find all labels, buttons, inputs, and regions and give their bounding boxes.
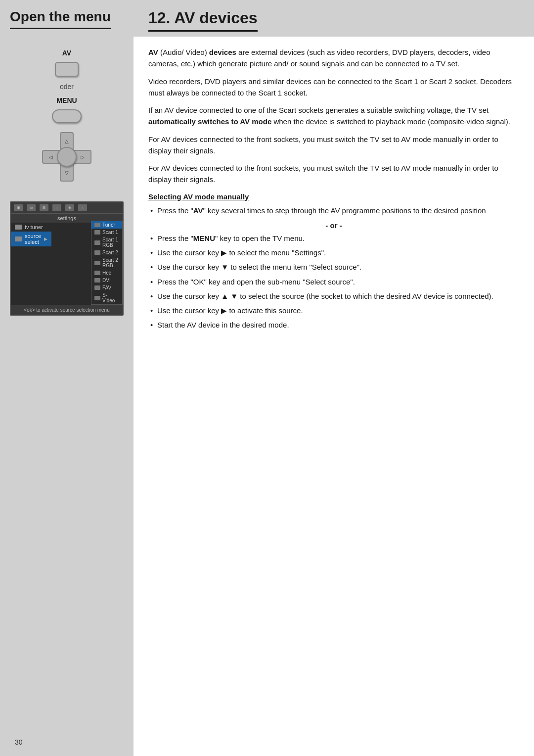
dpad: △ ▽ ◁ ▷ xyxy=(42,132,91,182)
av-button[interactable] xyxy=(55,62,79,77)
source-select-arrow: ▶ xyxy=(44,236,47,241)
menu-button[interactable] xyxy=(52,109,82,123)
bullet-list: Press the "AV" key several times to step… xyxy=(148,205,519,216)
para1-bold: devices xyxy=(209,48,236,56)
tvtuner-label: tv tuner xyxy=(25,224,43,230)
submenu-item-scart1: Scart 1 xyxy=(91,229,122,236)
submenu-panel: Tuner Scart 1 Scart 1 RGB Scart 2 xyxy=(91,221,123,305)
submenu-item-svideo: S-Video xyxy=(91,291,122,304)
para2: Video recorders, DVD players and similar… xyxy=(148,76,519,99)
av-label-bold: AV xyxy=(148,48,158,56)
submenu-icon-scart2rgb xyxy=(94,261,100,265)
av-key-label: AV xyxy=(62,49,71,57)
left-column: Open the menu AV oder MENU △ ▽ ◁ ▷ ▣ xyxy=(0,0,134,756)
tvtuner-icon xyxy=(15,225,22,230)
menu-icon-settings: ⊞ xyxy=(40,204,48,211)
bullet1: Press the "AV" key several times to step… xyxy=(148,205,519,216)
bullet1-text: Press the "AV" key several times to step… xyxy=(157,206,486,215)
submenu-item-fav: FAV xyxy=(91,284,122,291)
submenu-item-tuner: Tuner xyxy=(91,221,122,229)
para3-bold: automatically switches to AV mode xyxy=(148,117,271,126)
submenu-icon-scart1 xyxy=(94,230,100,235)
submenu-icon-fav xyxy=(94,285,100,290)
para5-text: For AV devices connected to the front so… xyxy=(148,164,498,184)
submenu-item-scart2: Scart 2 xyxy=(91,249,122,256)
submenu-item-hec: Hec xyxy=(91,269,122,277)
right-header-title: 12. AV devices xyxy=(148,9,258,32)
bullet2: Press the "MENU" key to open the TV menu… xyxy=(148,233,519,244)
bullet4-text: Use the cursor key ▼ to select the menu … xyxy=(157,263,361,271)
menu-icon-tv: ▣ xyxy=(14,204,23,211)
menu-icon-network: ⊕ xyxy=(65,204,74,211)
bullet6: Use the cursor key ▲ ▼ to select the sou… xyxy=(148,290,519,302)
submenu-item-scart2rgb: Scart 2 RGB xyxy=(91,256,122,269)
para1: AV (Audio/ Video) devices are external d… xyxy=(148,47,519,70)
menu-key-label: MENU xyxy=(56,96,77,104)
bullet3-text: Use the cursor key ▶ to select the menu … xyxy=(157,248,326,257)
submenu-item-dvi: DVI xyxy=(91,277,122,284)
or-label: - or - xyxy=(148,221,519,230)
left-header: Open the menu xyxy=(0,0,134,34)
selecting-heading: Selecting AV mode manually xyxy=(148,192,519,201)
submenu-icon-svideo xyxy=(94,296,100,300)
para2-text: Video recorders, DVD players and similar… xyxy=(148,77,512,97)
bullet6-text: Use the cursor key ▲ ▼ to select the sou… xyxy=(157,292,493,300)
submenu-icon-tuner xyxy=(94,223,100,227)
page-number: 30 xyxy=(15,738,23,746)
submenu-icon-scart2 xyxy=(94,250,100,255)
bullet4: Use the cursor key ▼ to select the menu … xyxy=(148,261,519,273)
menu-item-source-select: source select ▶ xyxy=(11,232,51,246)
bullet2-text: Press the "MENU" key to open the TV menu… xyxy=(157,234,305,242)
left-bottom: 30 xyxy=(0,321,134,756)
menu-topbar: ▣ ▭ ⊞ ♪ ⊕ ⌂ xyxy=(11,202,123,214)
bullet3: Use the cursor key ▶ to select the menu … xyxy=(148,247,519,258)
menu-ok-bar: <ok> to activate source selection menu xyxy=(11,305,123,315)
remote-area: AV oder MENU △ ▽ ◁ ▷ xyxy=(32,34,101,191)
source-select-label: source select xyxy=(25,233,41,245)
menu-icon-antenna: ⌂ xyxy=(78,204,87,211)
para3-end: when the device is switched to playback … xyxy=(273,117,510,126)
submenu-icon-hec xyxy=(94,271,100,275)
right-content: AV (Audio/ Video) devices are external d… xyxy=(134,37,534,756)
menu-icon-monitor: ▭ xyxy=(27,204,36,211)
bullet8: Start the AV device in the desired mode. xyxy=(148,319,519,331)
menu-items-area: tv tuner ▶ source select ▶ Tuner xyxy=(11,223,123,305)
para5: For AV devices connected to the front so… xyxy=(148,162,519,186)
bullet7-text: Use the cursor key ▶ to activate this so… xyxy=(157,306,303,315)
para4-text: For AV devices connected to the front so… xyxy=(148,135,498,155)
menu-icon-sound: ♪ xyxy=(52,204,61,211)
bullet5-text: Press the "OK" key and open the sub-menu… xyxy=(157,278,355,286)
right-header: 12. AV devices xyxy=(134,0,534,37)
source-select-icon xyxy=(15,236,22,241)
page-container: Open the menu AV oder MENU △ ▽ ◁ ▷ ▣ xyxy=(0,0,534,756)
submenu-icon-dvi xyxy=(94,278,100,283)
bullet-list-2: Press the "MENU" key to open the TV menu… xyxy=(148,233,519,331)
left-header-title: Open the menu xyxy=(10,9,111,29)
submenu-icon-scart1rgb xyxy=(94,240,100,245)
source-select-row: source select ▶ Tuner Scart 1 xyxy=(11,232,123,305)
dpad-center[interactable] xyxy=(57,147,77,167)
bullet7: Use the cursor key ▶ to activate this so… xyxy=(148,305,519,316)
submenu-item-scart1rgb: Scart 1 RGB xyxy=(91,236,122,249)
para3-start: If an AV device connected to one of the … xyxy=(148,106,489,114)
right-column: 12. AV devices AV (Audio/ Video) devices… xyxy=(134,0,534,756)
para4: For AV devices connected to the front so… xyxy=(148,134,519,157)
bullet8-text: Start the AV device in the desired mode. xyxy=(157,321,289,329)
bullet5: Press the "OK" key and open the sub-menu… xyxy=(148,276,519,287)
para3: If an AV device connected to one of the … xyxy=(148,104,519,128)
para1-text1: (Audio/ Video) xyxy=(160,48,209,56)
oder-label: oder xyxy=(60,83,74,91)
menu-screenshot: ▣ ▭ ⊞ ♪ ⊕ ⌂ settings tv tuner ▶ source xyxy=(10,201,124,316)
